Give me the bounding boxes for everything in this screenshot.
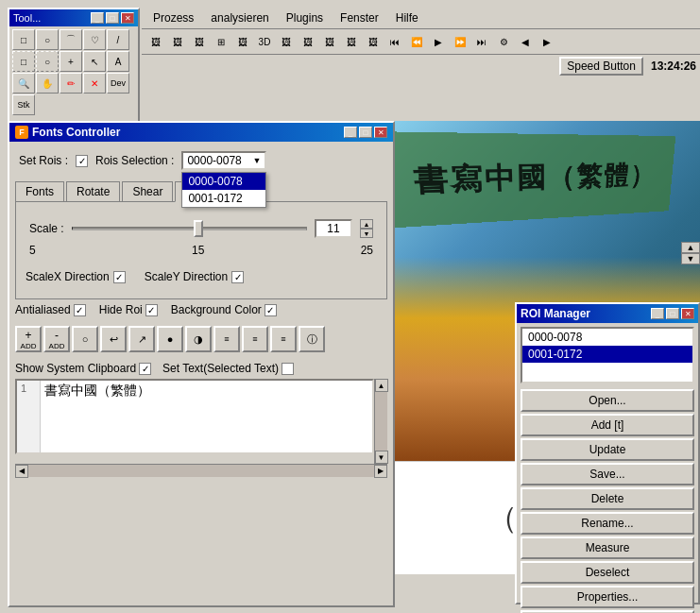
- antialiased-checkbox[interactable]: [74, 304, 86, 316]
- tool-maximize-btn[interactable]: □: [106, 12, 119, 24]
- toolbar-icon-12[interactable]: ⏮: [384, 31, 405, 52]
- tool-btn-pencil[interactable]: ✏: [60, 73, 82, 94]
- toolbar-icon-13[interactable]: ⏪: [406, 31, 427, 52]
- toolbar-icon-4[interactable]: ⊞: [211, 31, 231, 52]
- scroll-right-btn[interactable]: ▶: [374, 465, 387, 478]
- toolbar-icon-5[interactable]: 🖼: [232, 31, 253, 52]
- roi-minimize-btn[interactable]: _: [651, 308, 664, 319]
- toolbar-icon-14[interactable]: ▶: [428, 31, 449, 52]
- toolbar-icon-3[interactable]: 🖼: [189, 31, 210, 52]
- toolbar-icon-18[interactable]: ◀: [515, 31, 536, 52]
- menu-hilfe[interactable]: Hilfe: [392, 10, 422, 26]
- scrollbar-vertical[interactable]: ▲ ▼: [374, 379, 387, 464]
- tool-close-btn[interactable]: ✕: [121, 12, 134, 24]
- toolbar-icon-8[interactable]: 🖼: [298, 31, 318, 52]
- tool-btn-line[interactable]: /: [107, 29, 129, 50]
- tool-btn-plus[interactable]: +: [60, 51, 82, 72]
- roi-deselect-btn[interactable]: Deselect: [521, 561, 694, 584]
- action-btn-back[interactable]: ↩: [100, 326, 127, 352]
- roi-rename-btn[interactable]: Rename...: [521, 512, 694, 535]
- tool-btn-arrow[interactable]: ↖: [83, 51, 106, 72]
- tool-btn-stk[interactable]: Stk: [12, 94, 35, 115]
- scroll-down-btn[interactable]: ▼: [375, 451, 388, 464]
- image-scroll-up[interactable]: ▲: [681, 242, 700, 253]
- tool-btn-hand[interactable]: ✋: [36, 73, 59, 94]
- tool-minimize-btn[interactable]: _: [91, 12, 104, 24]
- scroll-left-btn[interactable]: ◀: [15, 465, 28, 478]
- toolbar-icon-6[interactable]: 3D: [254, 31, 275, 52]
- speed-button[interactable]: Speed Button: [559, 57, 643, 76]
- tool-btn-text[interactable]: A: [107, 51, 129, 72]
- show-clipboard-checkbox[interactable]: [139, 363, 151, 375]
- tool-btn-curved[interactable]: ⌒: [60, 29, 82, 50]
- tool-btn-cancel[interactable]: ✕: [83, 73, 106, 94]
- roi-close-btn[interactable]: ✕: [681, 308, 694, 319]
- image-scroll-down[interactable]: ▼: [681, 253, 700, 264]
- spinner-up-btn[interactable]: ▲: [360, 219, 373, 229]
- toolbar-icon-17[interactable]: ⚙: [493, 31, 514, 52]
- scale-number-input[interactable]: 11: [315, 219, 352, 238]
- tool-btn-rect[interactable]: □: [12, 29, 35, 50]
- roi-add-btn[interactable]: Add [t]: [521, 414, 694, 436]
- action-btn-info[interactable]: ⓘ: [299, 326, 325, 352]
- tab-fonts[interactable]: Fonts: [15, 181, 64, 201]
- tool-btn-dotted-rect[interactable]: □: [12, 51, 35, 72]
- tool-btn-dev[interactable]: Dev: [107, 73, 129, 94]
- tool-btn-dotted-oval[interactable]: ○: [36, 51, 59, 72]
- menu-analysieren[interactable]: analysieren: [207, 10, 272, 26]
- fonts-maximize-btn[interactable]: □: [359, 127, 372, 138]
- tab-rotate[interactable]: Rotate: [66, 181, 120, 201]
- action-btn-add[interactable]: + ADD: [15, 326, 42, 352]
- action-btn-remove[interactable]: - ADD: [43, 326, 70, 352]
- fonts-minimize-btn[interactable]: _: [344, 127, 357, 138]
- scalex-checkbox[interactable]: [113, 271, 126, 283]
- set-text-checkbox[interactable]: [282, 363, 294, 375]
- fonts-close-btn[interactable]: ✕: [374, 127, 387, 138]
- roi-maximize-btn[interactable]: □: [666, 308, 679, 319]
- roi-open-btn[interactable]: Open...: [521, 389, 694, 412]
- menu-plugins[interactable]: Plugins: [282, 10, 327, 26]
- toolbar-icon-7[interactable]: 🖼: [276, 31, 297, 52]
- action-btn-menu1[interactable]: ≡: [213, 326, 240, 352]
- bg-color-checkbox[interactable]: [265, 304, 277, 316]
- roi-measure-btn[interactable]: Measure: [521, 536, 694, 559]
- scaley-checkbox[interactable]: [231, 271, 244, 283]
- scroll-up-btn[interactable]: ▲: [375, 379, 388, 392]
- roi-item-1[interactable]: 0001-0172: [522, 346, 692, 363]
- action-btn-circle[interactable]: ○: [72, 326, 98, 352]
- action-btn-half-fill[interactable]: ◑: [185, 326, 212, 352]
- action-btn-diagonal-arrow[interactable]: ↗: [128, 326, 155, 352]
- tool-btn-heart[interactable]: ♡: [83, 29, 106, 50]
- roi-item-0[interactable]: 0000-0078: [522, 329, 692, 346]
- toolbar-icon-9[interactable]: 🖼: [319, 31, 340, 52]
- dropdown-item-0[interactable]: 0000-0078: [182, 173, 265, 190]
- tool-btn-magnify[interactable]: 🔍: [12, 73, 35, 94]
- roi-update-btn[interactable]: Update: [521, 438, 694, 461]
- action-btn-fill[interactable]: ●: [157, 326, 183, 352]
- toolbar-icon-10[interactable]: 🖼: [341, 31, 362, 52]
- action-btn-menu3[interactable]: ≡: [270, 326, 297, 352]
- toolbar-icon-16[interactable]: ⏭: [471, 31, 492, 52]
- set-rois-checkbox[interactable]: [76, 155, 88, 167]
- text-content[interactable]: 書寫中國（繁體）: [41, 381, 372, 452]
- menu-fenster[interactable]: Fenster: [336, 10, 383, 26]
- rois-selection-select[interactable]: 0000-0078 ▼: [181, 151, 266, 170]
- slider-thumb[interactable]: [194, 220, 203, 237]
- menu-prozess[interactable]: Prozess: [149, 10, 197, 26]
- roi-save-btn[interactable]: Save...: [521, 463, 694, 485]
- toolbar-icon-19[interactable]: ▶: [537, 31, 557, 52]
- hide-roi-checkbox[interactable]: [145, 304, 158, 316]
- toolbar-icon-11[interactable]: 🖼: [363, 31, 384, 52]
- toolbar-icon-2[interactable]: 🖼: [167, 31, 188, 52]
- scrollbar-horizontal[interactable]: ◀ ▶: [15, 464, 387, 477]
- action-btn-menu2[interactable]: ≡: [242, 326, 268, 352]
- tool-btn-oval[interactable]: ○: [36, 29, 59, 50]
- scale-slider[interactable]: [72, 219, 307, 238]
- toolbar-icon-1[interactable]: 🖼: [145, 31, 166, 52]
- spinner-down-btn[interactable]: ▼: [360, 229, 373, 238]
- tab-shear[interactable]: Shear: [122, 181, 173, 201]
- roi-properties-btn[interactable]: Properties...: [521, 586, 694, 608]
- toolbar-icon-15[interactable]: ⏩: [450, 31, 470, 52]
- roi-delete-btn[interactable]: Delete: [521, 487, 694, 510]
- dropdown-item-1[interactable]: 0001-0172: [182, 190, 265, 207]
